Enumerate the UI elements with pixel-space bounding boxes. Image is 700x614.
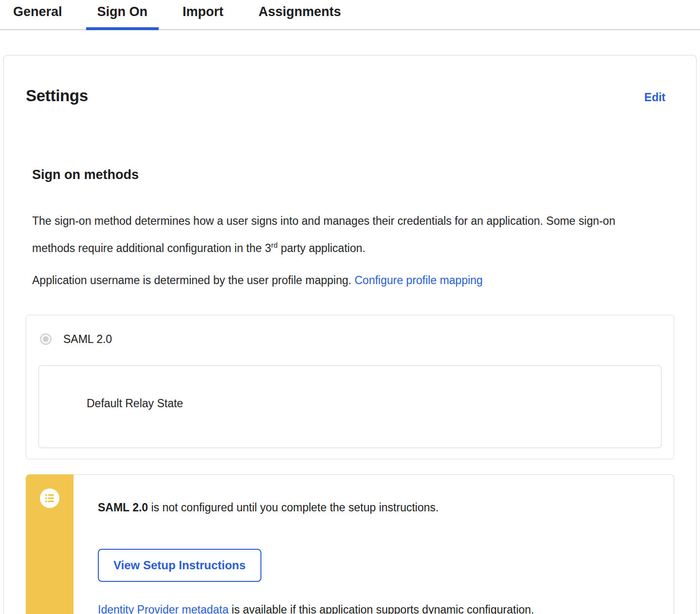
- identity-provider-metadata-link[interactable]: Identity Provider metadata: [98, 603, 228, 614]
- settings-header: Settings Edit: [26, 76, 674, 116]
- callout-message-rest: is not configured until you complete the…: [148, 501, 439, 514]
- saml-warning-callout: SAML 2.0 is not configured until you com…: [26, 474, 674, 614]
- username-mapping-text: Application username is determined by th…: [32, 274, 354, 287]
- callout-warning-stripe: [26, 474, 74, 614]
- saml-radio-button[interactable]: [40, 333, 52, 345]
- tab-import[interactable]: Import: [171, 0, 235, 29]
- description-text-end: party application.: [277, 242, 365, 254]
- default-relay-state-label: Default Relay State: [87, 397, 183, 410]
- edit-link[interactable]: Edit: [645, 91, 665, 104]
- sign-on-methods-section: Sign on methods The sign-on method deter…: [32, 167, 674, 288]
- tab-general[interactable]: General: [2, 0, 74, 29]
- app-tab-bar: General Sign On Import Assignments: [0, 0, 700, 30]
- tab-assignments[interactable]: Assignments: [247, 0, 352, 29]
- tab-sign-on[interactable]: Sign On: [86, 0, 159, 29]
- callout-message-bold: SAML 2.0: [98, 501, 148, 514]
- saml-method-box: SAML 2.0 Default Relay State: [26, 315, 674, 459]
- metadata-line: Identity Provider metadata is available …: [98, 603, 654, 614]
- callout-body: SAML 2.0 is not configured until you com…: [74, 474, 674, 614]
- sign-on-methods-heading: Sign on methods: [32, 167, 674, 182]
- settings-title: Settings: [26, 87, 88, 105]
- configure-profile-mapping-link[interactable]: Configure profile mapping: [354, 274, 482, 287]
- sign-on-methods-description: The sign-on method determines how a user…: [32, 209, 631, 260]
- callout-message: SAML 2.0 is not configured until you com…: [98, 501, 654, 514]
- username-mapping-line: Application username is determined by th…: [32, 273, 674, 288]
- saml-radio-label: SAML 2.0: [63, 333, 112, 346]
- saml-radio-row: SAML 2.0: [26, 315, 674, 346]
- view-setup-instructions-button[interactable]: View Setup Instructions: [98, 549, 261, 582]
- metadata-line-rest: is available if this application support…: [228, 603, 534, 614]
- description-superscript: rd: [271, 241, 277, 249]
- list-icon: [40, 488, 59, 508]
- relay-state-panel: Default Relay State: [38, 365, 662, 448]
- settings-card: Settings Edit Sign on methods The sign-o…: [3, 55, 697, 614]
